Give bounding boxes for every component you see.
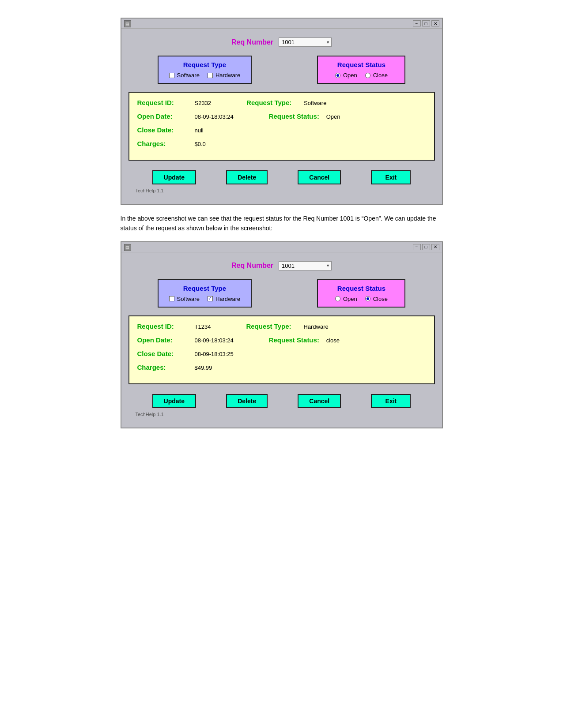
- req-number-label-2: Req Number: [231, 262, 273, 270]
- request-status-field-value-1: Open: [326, 113, 340, 120]
- close-date-value-1: null: [195, 127, 204, 134]
- cancel-button-1[interactable]: Cancel: [298, 170, 341, 184]
- window-body-1: Req Number 1001 1002 1003 Request Type S…: [121, 29, 442, 199]
- request-type-panel-1: Request Type Software Hardware: [158, 56, 252, 84]
- software-label-2: Software: [177, 296, 200, 302]
- req-number-row-2: Req Number 1001 1002 1003: [128, 258, 435, 270]
- request-type-options-2: Software Hardware: [169, 296, 241, 302]
- request-status-title-2: Request Status: [329, 285, 394, 292]
- request-type-field-value-1: Software: [304, 100, 326, 106]
- bottom-label-2: TechHelp 1.1: [128, 411, 435, 418]
- request-id-label-2: Request ID:: [137, 323, 195, 330]
- info-row-close-1: Close Date: null: [137, 126, 426, 134]
- open-date-value-2: 08-09-18:03:24: [195, 337, 234, 344]
- info-row-status-1: Request Status: Open: [269, 113, 340, 120]
- req-number-select-wrapper-2: 1001 1002 1003: [279, 261, 332, 270]
- close-option-2[interactable]: Close: [365, 296, 388, 302]
- request-type-options-1: Software Hardware: [169, 72, 241, 79]
- close-date-value-2: 08-09-18:03:25: [195, 351, 234, 357]
- request-id-value-2: T1234: [195, 323, 211, 330]
- software-label-1: Software: [177, 72, 200, 79]
- hardware-option-2[interactable]: Hardware: [208, 296, 240, 302]
- buttons-row-2: Update Delete Cancel Exit: [128, 391, 435, 411]
- open-option-2[interactable]: Open: [335, 296, 357, 302]
- req-number-select-wrapper-1: 1001 1002 1003: [279, 38, 332, 47]
- window-icon-2: ▤: [124, 244, 131, 251]
- minimize-btn-2[interactable]: −: [413, 244, 421, 250]
- request-type-field-value-2: Hardware: [303, 323, 328, 330]
- buttons-row-1: Update Delete Cancel Exit: [128, 168, 435, 187]
- cancel-button-2[interactable]: Cancel: [298, 394, 341, 408]
- info-row-date-2: Open Date: 08-09-18:03:24 Request Status…: [137, 336, 426, 344]
- request-type-title-1: Request Type: [169, 61, 241, 68]
- req-number-select-2[interactable]: 1001 1002 1003: [279, 261, 332, 270]
- delete-button-2[interactable]: Delete: [226, 394, 268, 408]
- info-row-status-2: Request Status: close: [269, 336, 340, 344]
- open-radio-2[interactable]: [335, 296, 340, 301]
- request-status-field-label-1: Request Status:: [269, 113, 326, 120]
- info-row-id-2: Request ID: T1234 Request Type: Hardware: [137, 323, 426, 330]
- request-type-title-2: Request Type: [169, 285, 241, 292]
- exit-button-2[interactable]: Exit: [371, 394, 411, 408]
- close-btn-2[interactable]: ✕: [431, 244, 439, 250]
- info-row-type-2: Request Type: Hardware: [246, 323, 328, 330]
- panels-row-2: Request Type Software Hardware Request S…: [128, 279, 435, 308]
- request-type-field-label-1: Request Type:: [246, 99, 304, 106]
- info-row-id-1: Request ID: S2332 Request Type: Software: [137, 99, 426, 106]
- update-button-2[interactable]: Update: [152, 394, 196, 408]
- hardware-label-2: Hardware: [215, 296, 240, 302]
- software-option-1[interactable]: Software: [169, 72, 200, 79]
- req-number-row-1: Req Number 1001 1002 1003: [128, 34, 435, 47]
- request-status-title-1: Request Status: [329, 61, 394, 68]
- request-id-value-1: S2332: [195, 100, 212, 106]
- titlebar-1: ▤ − □ ✕: [121, 19, 442, 29]
- open-date-label-1: Open Date:: [137, 113, 195, 120]
- hardware-checkbox-1[interactable]: [208, 73, 213, 78]
- info-row-close-2: Close Date: 08-09-18:03:25: [137, 350, 426, 357]
- info-row-charges-2: Charges: $49.99: [137, 364, 426, 371]
- delete-button-1[interactable]: Delete: [226, 170, 268, 184]
- open-label-2: Open: [343, 296, 357, 302]
- close-btn-1[interactable]: ✕: [431, 20, 439, 26]
- window-body-2: Req Number 1001 1002 1003 Request Type S…: [121, 252, 442, 423]
- panels-row-1: Request Type Software Hardware Request S…: [128, 56, 435, 84]
- open-date-value-1: 08-09-18:03:24: [195, 113, 234, 120]
- charges-value-2: $49.99: [195, 364, 212, 371]
- request-status-panel-1: Request Status Open Close: [317, 56, 405, 84]
- exit-button-1[interactable]: Exit: [371, 170, 411, 184]
- maximize-btn-1[interactable]: □: [422, 20, 430, 26]
- request-status-options-1: Open Close: [329, 72, 394, 79]
- close-date-label-1: Close Date:: [137, 126, 195, 134]
- maximize-btn-2[interactable]: □: [422, 244, 430, 250]
- info-box-2: Request ID: T1234 Request Type: Hardware…: [128, 315, 435, 384]
- software-checkbox-2[interactable]: [169, 296, 174, 301]
- close-radio-2[interactable]: [365, 296, 370, 301]
- titlebar-2: ▤ − □ ✕: [121, 242, 442, 252]
- close-option-1[interactable]: Close: [365, 72, 388, 79]
- request-status-field-value-2: close: [326, 337, 340, 344]
- open-option-1[interactable]: Open: [335, 72, 357, 79]
- request-status-panel-2: Request Status Open Close: [317, 279, 405, 308]
- bottom-label-1: TechHelp 1.1: [128, 187, 435, 194]
- close-label-2: Close: [373, 296, 388, 302]
- req-number-select-1[interactable]: 1001 1002 1003: [279, 38, 332, 47]
- req-number-label-1: Req Number: [231, 38, 273, 46]
- software-option-2[interactable]: Software: [169, 296, 200, 302]
- hardware-checkbox-2[interactable]: [208, 296, 213, 301]
- request-id-label-1: Request ID:: [137, 99, 195, 106]
- close-date-label-2: Close Date:: [137, 350, 195, 357]
- request-status-options-2: Open Close: [329, 296, 394, 302]
- open-label-1: Open: [343, 72, 357, 79]
- close-radio-1[interactable]: [365, 73, 370, 78]
- close-label-1: Close: [373, 72, 388, 79]
- info-box-1: Request ID: S2332 Request Type: Software…: [128, 92, 435, 161]
- minimize-btn-1[interactable]: −: [413, 20, 421, 26]
- open-radio-1[interactable]: [335, 73, 340, 78]
- update-button-1[interactable]: Update: [152, 170, 196, 184]
- hardware-option-1[interactable]: Hardware: [208, 72, 240, 79]
- software-checkbox-1[interactable]: [169, 73, 174, 78]
- description-text: In the above screenshot we can see that …: [121, 214, 443, 233]
- charges-label-2: Charges:: [137, 364, 195, 371]
- window-2: ▤ − □ ✕ Req Number 1001 1002 1003 Reques…: [121, 241, 443, 428]
- info-row-date-1: Open Date: 08-09-18:03:24 Request Status…: [137, 113, 426, 120]
